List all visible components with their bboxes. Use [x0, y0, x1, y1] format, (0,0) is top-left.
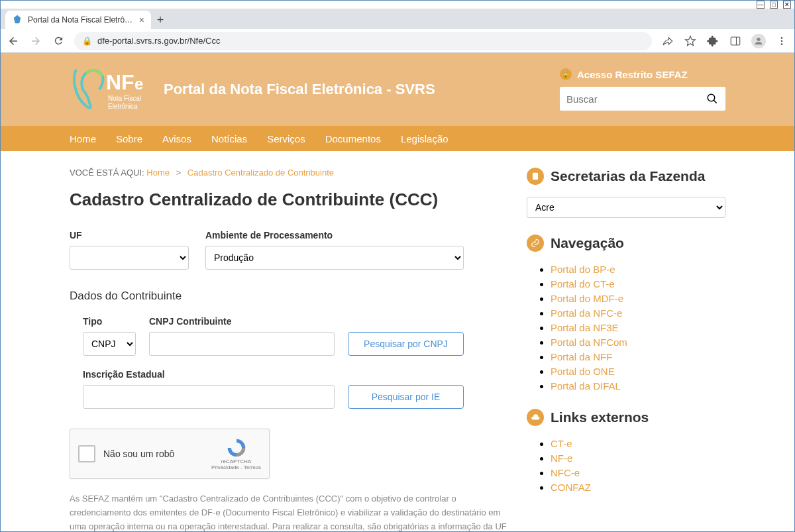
- new-tab-button[interactable]: +: [151, 11, 170, 29]
- window-close[interactable]: ✕: [783, 1, 791, 9]
- browser-tab[interactable]: Portal da Nota Fiscal Eletrônica - SV ×: [5, 11, 151, 29]
- forward-button[interactable]: [29, 34, 42, 48]
- extensions-icon[interactable]: [706, 34, 719, 48]
- share-icon[interactable]: [661, 34, 674, 48]
- reload-button[interactable]: [52, 34, 65, 48]
- window-minimize[interactable]: —: [757, 1, 765, 9]
- bookmark-icon[interactable]: [684, 34, 697, 48]
- svg-rect-0: [731, 37, 740, 45]
- sidepanel-icon[interactable]: [729, 34, 742, 48]
- address-bar[interactable]: 🔒 dfe-portal.svrs.rs.gov.br/Nfe/Ccc: [74, 32, 652, 50]
- menu-icon[interactable]: [775, 34, 788, 48]
- svg-point-4: [781, 40, 783, 42]
- url-text: dfe-portal.svrs.rs.gov.br/Nfe/Ccc: [97, 36, 220, 46]
- svg-point-3: [781, 37, 783, 39]
- svg-point-2: [757, 37, 760, 40]
- tab-close-icon[interactable]: ×: [139, 15, 144, 25]
- favicon-icon: [12, 15, 23, 25]
- back-button[interactable]: [7, 34, 20, 48]
- profile-avatar[interactable]: [751, 34, 766, 48]
- tab-title: Portal da Nota Fiscal Eletrônica - SV: [28, 15, 134, 25]
- lock-icon: 🔒: [82, 36, 92, 46]
- svg-point-5: [781, 43, 783, 45]
- window-maximize[interactable]: □: [770, 1, 778, 9]
